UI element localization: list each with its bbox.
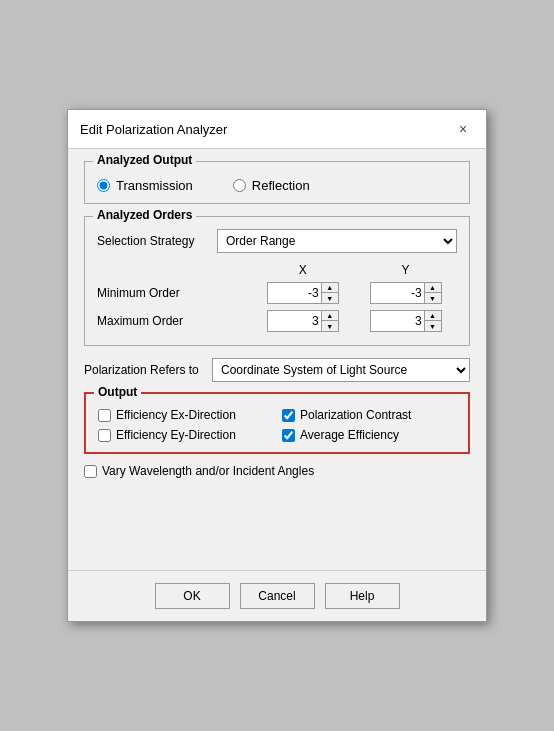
polarization-contrast-checkbox-item[interactable]: Polarization Contrast	[282, 408, 456, 422]
min-x-down-btn[interactable]: ▼	[322, 293, 338, 303]
analyzed-orders-label: Analyzed Orders	[93, 208, 196, 222]
min-y-input[interactable]: -3	[370, 282, 425, 304]
edit-polarization-dialog: Edit Polarization Analyzer × Analyzed Ou…	[67, 109, 487, 622]
max-y-up-btn[interactable]: ▲	[425, 311, 441, 321]
reflection-radio-item[interactable]: Reflection	[233, 178, 310, 193]
polarization-refers-select[interactable]: Coordinate System of Light Source Global…	[212, 358, 470, 382]
polarization-contrast-label: Polarization Contrast	[300, 408, 411, 422]
max-x-down-btn[interactable]: ▼	[322, 321, 338, 331]
polarization-contrast-checkbox[interactable]	[282, 409, 295, 422]
dialog-body: Analyzed Output Transmission Reflection …	[68, 149, 486, 570]
max-y-spinner: 3 ▲ ▼	[354, 310, 457, 332]
vary-checkbox-item[interactable]: Vary Wavelength and/or Incident Angles	[84, 464, 314, 478]
max-y-input[interactable]: 3	[370, 310, 425, 332]
vary-row: Vary Wavelength and/or Incident Angles	[84, 464, 470, 478]
selection-strategy-label: Selection Strategy	[97, 234, 217, 248]
average-efficiency-checkbox-item[interactable]: Average Efficiency	[282, 428, 456, 442]
x-col-header: X	[251, 261, 354, 279]
cancel-button[interactable]: Cancel	[240, 583, 315, 609]
output-group: Output Efficiency Ex-Direction Polarizat…	[84, 392, 470, 454]
analyzed-output-label: Analyzed Output	[93, 153, 196, 167]
max-order-row: Maximum Order 3 ▲ ▼	[97, 307, 457, 335]
min-x-input[interactable]: -3	[267, 282, 322, 304]
efficiency-ex-checkbox-item[interactable]: Efficiency Ex-Direction	[98, 408, 272, 422]
help-button[interactable]: Help	[325, 583, 400, 609]
average-efficiency-checkbox[interactable]	[282, 429, 295, 442]
max-x-input[interactable]: 3	[267, 310, 322, 332]
y-col-header: Y	[354, 261, 457, 279]
polarization-refers-label: Polarization Refers to	[84, 363, 204, 377]
reflection-radio[interactable]	[233, 179, 246, 192]
reflection-label: Reflection	[252, 178, 310, 193]
transmission-radio[interactable]	[97, 179, 110, 192]
min-order-label: Minimum Order	[97, 279, 251, 307]
ok-button[interactable]: OK	[155, 583, 230, 609]
analyzed-output-group: Analyzed Output Transmission Reflection	[84, 161, 470, 204]
output-group-label: Output	[94, 385, 141, 399]
max-y-down-btn[interactable]: ▼	[425, 321, 441, 331]
polarization-refers-row: Polarization Refers to Coordinate System…	[84, 358, 470, 382]
vary-label: Vary Wavelength and/or Incident Angles	[102, 464, 314, 478]
button-bar: OK Cancel Help	[68, 570, 486, 621]
efficiency-ex-checkbox[interactable]	[98, 409, 111, 422]
efficiency-ey-checkbox[interactable]	[98, 429, 111, 442]
dialog-title: Edit Polarization Analyzer	[80, 122, 227, 137]
vary-checkbox[interactable]	[84, 465, 97, 478]
max-x-spinner: 3 ▲ ▼	[251, 310, 354, 332]
min-x-spinner-btns: ▲ ▼	[322, 282, 339, 304]
min-x-up-btn[interactable]: ▲	[322, 283, 338, 293]
max-x-spinner-btns: ▲ ▼	[322, 310, 339, 332]
title-bar: Edit Polarization Analyzer ×	[68, 110, 486, 149]
max-order-label: Maximum Order	[97, 307, 251, 335]
output-checkbox-grid: Efficiency Ex-Direction Polarization Con…	[98, 408, 456, 442]
efficiency-ey-label: Efficiency Ey-Direction	[116, 428, 236, 442]
max-y-spinner-btns: ▲ ▼	[425, 310, 442, 332]
efficiency-ey-checkbox-item[interactable]: Efficiency Ey-Direction	[98, 428, 272, 442]
min-y-spinner-btns: ▲ ▼	[425, 282, 442, 304]
min-y-spinner: -3 ▲ ▼	[354, 282, 457, 304]
analyzed-output-radio-row: Transmission Reflection	[97, 174, 457, 193]
empty-col-header	[97, 261, 251, 279]
selection-strategy-select[interactable]: Order Range All Orders Specific Orders	[217, 229, 457, 253]
order-table: X Y Minimum Order -3 ▲	[97, 261, 457, 335]
selection-strategy-row: Selection Strategy Order Range All Order…	[97, 229, 457, 253]
close-button[interactable]: ×	[452, 118, 474, 140]
efficiency-ex-label: Efficiency Ex-Direction	[116, 408, 236, 422]
transmission-label: Transmission	[116, 178, 193, 193]
min-order-row: Minimum Order -3 ▲ ▼	[97, 279, 457, 307]
spacer	[84, 478, 470, 558]
min-y-down-btn[interactable]: ▼	[425, 293, 441, 303]
min-x-spinner: -3 ▲ ▼	[251, 282, 354, 304]
transmission-radio-item[interactable]: Transmission	[97, 178, 193, 193]
max-x-up-btn[interactable]: ▲	[322, 311, 338, 321]
analyzed-orders-group: Analyzed Orders Selection Strategy Order…	[84, 216, 470, 346]
average-efficiency-label: Average Efficiency	[300, 428, 399, 442]
min-y-up-btn[interactable]: ▲	[425, 283, 441, 293]
